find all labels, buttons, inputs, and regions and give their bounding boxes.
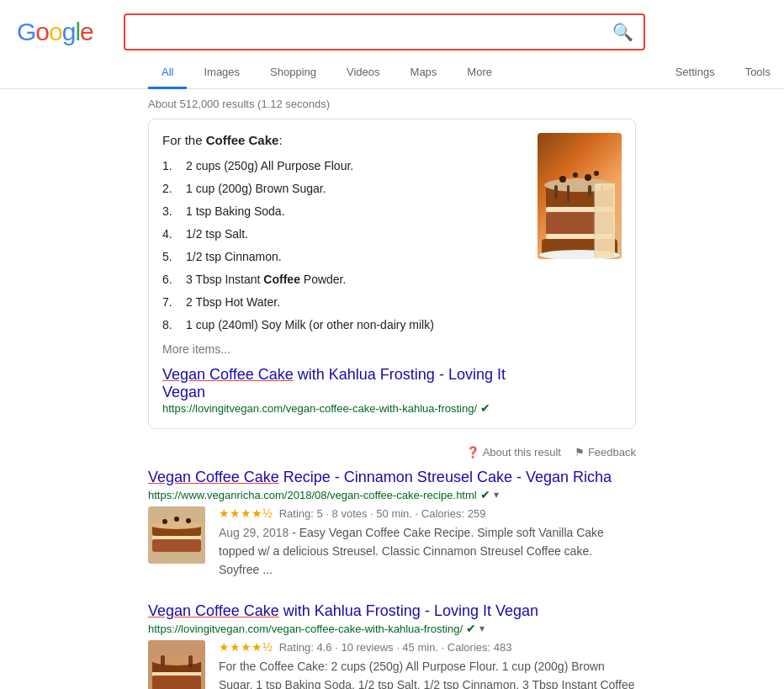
logo-letter-o2: o xyxy=(49,18,62,45)
result-2-verified-icon: ✔ xyxy=(466,622,476,635)
about-result-button[interactable]: ❓ About this result xyxy=(466,446,561,458)
result-1-body: ★★★★½ Rating: 5 · 8 votes · 50 min. · Ca… xyxy=(148,506,636,579)
list-item: 6.3 Tbsp Instant Coffee Powder. xyxy=(162,271,524,289)
logo-letter-o1: o xyxy=(35,18,49,45)
result-2-title-link[interactable]: Vegan Coffee Cake with Kahlua Frosting -… xyxy=(148,602,636,620)
result-2-meta: ★★★★½ Rating: 4.6 · 10 reviews · 45 min.… xyxy=(219,640,636,654)
result-1-thumbnail-image xyxy=(148,506,205,564)
svg-point-12 xyxy=(585,174,591,181)
svg-point-13 xyxy=(594,171,599,176)
svg-point-24 xyxy=(186,518,191,523)
list-item: 2.1 cup (200g) Brown Sugar. xyxy=(162,180,524,198)
feedback-button[interactable]: ⚑ Feedback xyxy=(575,446,636,458)
result-2-thumbnail xyxy=(148,640,205,689)
nav-tabs: All Images Shopping Videos Maps More Set… xyxy=(0,50,784,89)
result-2-body: ★★★★½ Rating: 4.6 · 10 reviews · 45 min.… xyxy=(148,640,636,689)
result-2-url-row: https://lovingitvegan.com/vegan-coffee-c… xyxy=(148,622,636,635)
result-2-thumbnail-image xyxy=(148,640,205,689)
result-1-date: Aug 29, 2018 xyxy=(219,526,289,539)
result-1-title-prefix: Vegan Coffee Cake xyxy=(148,469,279,485)
snippet-title-prefix: For the xyxy=(162,133,206,147)
svg-point-10 xyxy=(559,176,566,183)
search-box[interactable]: intitle:vegan+coffee+cake 🔍 xyxy=(124,13,645,50)
result-1-rating: Rating: 5 · 8 votes · 50 min. · Calories… xyxy=(279,507,486,520)
svg-rect-8 xyxy=(588,185,591,197)
result-2-dropdown-icon[interactable]: ▾ xyxy=(479,623,485,634)
logo-letter-e: e xyxy=(80,18,93,45)
svg-rect-30 xyxy=(161,655,165,665)
feedback-label: Feedback xyxy=(588,446,636,458)
result-2-rating: Rating: 4.6 · 10 reviews · 45 min. · Cal… xyxy=(279,641,512,654)
snippet-url: https://lovingitvegan.com/vegan-coffee-c… xyxy=(162,401,524,415)
snippet-title-suffix: : xyxy=(278,133,282,147)
snippet-title-bold: Coffee Cake xyxy=(206,133,279,147)
tab-maps[interactable]: Maps xyxy=(397,57,451,89)
result-2-title-prefix: Vegan Coffee Cake xyxy=(148,602,279,619)
result-1-stars: ★★★★½ xyxy=(219,506,273,520)
snippet-result-link[interactable]: Vegan Coffee Cake with Kahlua Frosting -… xyxy=(162,366,524,401)
tab-shopping[interactable]: Shopping xyxy=(257,57,330,89)
svg-point-23 xyxy=(174,517,179,522)
tab-images[interactable]: Images xyxy=(190,57,253,89)
settings-link[interactable]: Settings xyxy=(662,57,728,89)
search-icon[interactable]: 🔍 xyxy=(612,22,633,42)
more-items-link[interactable]: More items... xyxy=(162,342,524,356)
result-1-title-link[interactable]: Vegan Coffee Cake Recipe - Cinnamon Stre… xyxy=(148,469,636,486)
featured-snippet: For the Coffee Cake: 1.2 cups (250g) All… xyxy=(148,119,636,429)
svg-rect-15 xyxy=(595,183,615,257)
result-2-title-suffix: with Kahlua Frosting - Loving It Vegan xyxy=(279,602,538,619)
search-results: Vegan Coffee Cake Recipe - Cinnamon Stre… xyxy=(0,458,784,689)
list-item: 7.2 Tbsp Hot Water. xyxy=(162,294,524,311)
tab-more[interactable]: More xyxy=(453,57,506,89)
result-1-meta: ★★★★½ Rating: 5 · 8 votes · 50 min. · Ca… xyxy=(219,506,636,520)
list-item: 8.1 cup (240ml) Soy Milk (or other non-d… xyxy=(162,316,524,334)
result-1-url: https://www.veganricha.com/2018/08/vegan… xyxy=(148,489,477,501)
result-1-description-block: ★★★★½ Rating: 5 · 8 votes · 50 min. · Ca… xyxy=(219,506,636,579)
svg-point-29 xyxy=(151,655,202,665)
snippet-footer: ❓ About this result ⚑ Feedback xyxy=(0,439,784,458)
svg-point-21 xyxy=(150,521,204,529)
result-item-2: Vegan Coffee Cake with Kahlua Frosting -… xyxy=(148,602,636,689)
result-2-description: For the Coffee Cake: 2 cups (250g) All P… xyxy=(219,657,636,689)
list-item: 5.1/2 tsp Cinnamon. xyxy=(162,248,524,266)
snippet-list: 1.2 cups (250g) All Purpose Flour. 2.1 c… xyxy=(162,157,524,334)
result-1-title-suffix: Recipe - Cinnamon Streusel Cake - Vegan … xyxy=(279,469,612,485)
nav-right: Settings Tools xyxy=(662,57,784,88)
snippet-title: For the Coffee Cake: xyxy=(162,133,524,147)
svg-rect-31 xyxy=(188,655,193,667)
result-1-url-row: https://www.veganricha.com/2018/08/vegan… xyxy=(148,488,636,501)
snippet-link-prefix: Vegan Coffee Cake xyxy=(162,366,294,383)
result-2-description-block: ★★★★½ Rating: 4.6 · 10 reviews · 45 min.… xyxy=(219,640,636,689)
result-1-dropdown-icon[interactable]: ▾ xyxy=(494,489,499,501)
header: Google intitle:vegan+coffee+cake 🔍 xyxy=(0,0,784,50)
about-result-label: About this result xyxy=(483,446,561,458)
list-item: 3.1 tsp Baking Soda. xyxy=(162,203,524,220)
svg-rect-20 xyxy=(152,539,201,552)
list-item: 1.2 cups (250g) All Purpose Flour. xyxy=(162,157,524,175)
svg-rect-19 xyxy=(152,536,201,539)
flag-icon: ⚑ xyxy=(575,446,585,458)
logo-letter-g: G xyxy=(17,18,35,45)
result-item-1: Vegan Coffee Cake Recipe - Cinnamon Stre… xyxy=(148,469,636,579)
tab-all[interactable]: All xyxy=(148,57,187,89)
search-input[interactable]: intitle:vegan+coffee+cake xyxy=(135,24,612,40)
tab-videos[interactable]: Videos xyxy=(333,57,394,89)
result-1-thumbnail xyxy=(148,506,205,564)
results-count: About 512,000 results (1.12 seconds) xyxy=(0,89,784,119)
svg-rect-28 xyxy=(152,676,201,689)
svg-rect-6 xyxy=(554,185,558,199)
result-2-url: https://lovingitvegan.com/vegan-coffee-c… xyxy=(148,623,463,635)
result-2-stars: ★★★★½ xyxy=(219,640,273,654)
question-icon: ❓ xyxy=(466,446,479,458)
tools-link[interactable]: Tools xyxy=(732,57,784,89)
verified-checkmark-icon: ✔ xyxy=(480,401,490,415)
svg-rect-7 xyxy=(567,185,569,202)
logo-letter-g2: g xyxy=(62,18,76,45)
snippet-content: For the Coffee Cake: 1.2 cups (250g) All… xyxy=(162,133,524,415)
list-item: 4.1/2 tsp Salt. xyxy=(162,225,524,243)
snippet-image xyxy=(538,133,622,259)
result-1-verified-icon: ✔ xyxy=(480,488,490,501)
google-logo: Google xyxy=(17,18,93,46)
svg-point-22 xyxy=(162,519,167,524)
svg-rect-27 xyxy=(152,672,201,676)
